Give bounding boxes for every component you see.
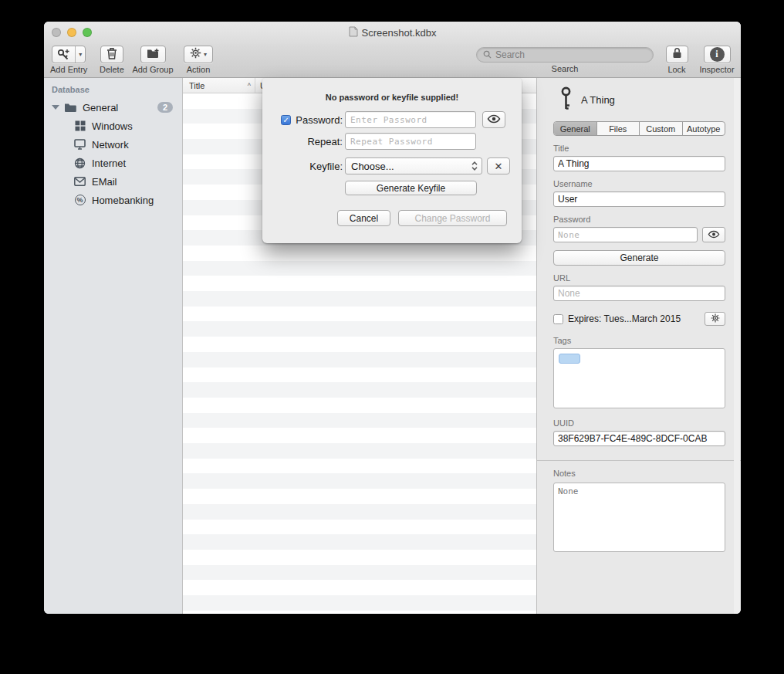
- sidebar-item-label: EMail: [92, 176, 117, 188]
- globe-icon: [73, 157, 86, 170]
- key-icon: [559, 86, 573, 113]
- action-button[interactable]: ▾: [184, 46, 213, 63]
- uuid-field[interactable]: [553, 431, 725, 446]
- password-checkbox[interactable]: ✓: [281, 115, 291, 125]
- windows-icon: [73, 120, 86, 133]
- keyfile-select[interactable]: Choose...: [345, 157, 482, 174]
- zoom-button[interactable]: [83, 28, 92, 37]
- generate-keyfile-button[interactable]: Generate Keyfile: [345, 181, 477, 195]
- sidebar: Database General 2 Windows Network: [44, 78, 183, 614]
- sidebar-item-windows[interactable]: Windows: [44, 117, 182, 135]
- search-label: Search: [552, 64, 579, 73]
- tags-label: Tags: [553, 336, 725, 345]
- expires-checkbox[interactable]: [553, 314, 563, 324]
- search-placeholder: Search: [495, 49, 525, 60]
- username-field[interactable]: [553, 191, 725, 207]
- search-icon: [483, 48, 492, 62]
- document-icon: [349, 26, 358, 39]
- inspector-header: A Thing: [553, 84, 725, 115]
- dialog-message: No password or keyfile supplied!: [262, 78, 522, 102]
- password-row: ✓ Password:: [262, 110, 522, 129]
- monitor-icon: [73, 138, 86, 151]
- password-field-label: Password: [553, 215, 725, 224]
- sidebar-item-email[interactable]: EMail: [44, 172, 182, 191]
- password-field[interactable]: [553, 227, 698, 242]
- password-label: Password:: [296, 114, 343, 126]
- cancel-button[interactable]: Cancel: [337, 210, 390, 226]
- stepper-icon: [471, 161, 478, 171]
- close-button[interactable]: [52, 28, 61, 37]
- add-group-label: Add Group: [132, 65, 173, 74]
- delete-button[interactable]: [100, 46, 123, 63]
- expires-settings-button[interactable]: [705, 312, 725, 326]
- entry-title: A Thing: [581, 94, 615, 106]
- toolbar-item-delete: Delete: [100, 46, 124, 74]
- tab-general[interactable]: General: [554, 122, 597, 135]
- titlebar: Screenshot.kdbx: [44, 22, 741, 44]
- sidebar-item-general[interactable]: General 2: [44, 98, 182, 117]
- sidebar-item-network[interactable]: Network: [44, 135, 182, 154]
- toolbar-item-action: ▾ Action: [181, 46, 215, 74]
- close-icon: ✕: [495, 161, 503, 172]
- toolbar-item-search: Search Search: [476, 47, 654, 73]
- change-password-button[interactable]: Change Password: [398, 210, 507, 226]
- reveal-password-button[interactable]: [482, 111, 505, 128]
- lock-button[interactable]: [666, 46, 688, 63]
- tab-autotype[interactable]: Autotype: [683, 122, 725, 135]
- add-entry-button[interactable]: ▾: [52, 46, 86, 63]
- notes-field[interactable]: [553, 483, 725, 552]
- sidebar-item-label: Internet: [92, 157, 126, 169]
- inspector-button[interactable]: i: [704, 46, 731, 63]
- inspector-tabs: General Files Custom Autotype: [553, 121, 725, 136]
- url-field-label: URL: [553, 273, 725, 283]
- tab-files[interactable]: Files: [597, 122, 640, 135]
- trash-icon: [106, 47, 117, 63]
- toolbar: ▾ Add Entry Delete Add Group: [44, 44, 741, 78]
- action-label: Action: [187, 65, 211, 74]
- inspector-panel: A Thing General Files Custom Autotype Ti…: [536, 78, 741, 614]
- change-password-sheet: No password or keyfile supplied! ✓ Passw…: [262, 78, 522, 243]
- sidebar-item-homebanking[interactable]: % Homebanking: [44, 191, 182, 209]
- percent-coin-icon: %: [73, 194, 86, 207]
- add-group-button[interactable]: [140, 46, 166, 63]
- search-input[interactable]: Search: [476, 47, 654, 63]
- notes-label: Notes: [553, 469, 725, 478]
- keyfile-row: Keyfile: Choose... ✕: [262, 157, 522, 175]
- toolbar-item-add-entry: ▾ Add Entry: [50, 46, 87, 74]
- minimize-button[interactable]: [67, 28, 76, 37]
- lock-icon: [672, 47, 682, 62]
- column-header-title[interactable]: Title ^: [183, 78, 255, 93]
- inspector-divider: [537, 460, 741, 461]
- disclosure-triangle-icon[interactable]: [52, 105, 59, 110]
- keyfile-label: Keyfile:: [309, 161, 343, 172]
- generate-password-button[interactable]: Generate: [553, 250, 725, 266]
- folder-plus-icon: [147, 48, 160, 62]
- repeat-password-input[interactable]: [345, 133, 476, 150]
- checkmark-icon: ✓: [283, 116, 289, 124]
- url-field[interactable]: [553, 286, 725, 301]
- sidebar-item-label: Homebanking: [92, 195, 154, 206]
- tab-custom[interactable]: Custom: [640, 122, 683, 135]
- inspector-scrollbar[interactable]: [734, 78, 740, 614]
- title-field[interactable]: [553, 156, 725, 171]
- clear-keyfile-button[interactable]: ✕: [487, 157, 510, 174]
- desktop: { "window": { "title": "Screenshot.kdbx"…: [0, 0, 784, 674]
- reveal-password-button[interactable]: [702, 227, 725, 242]
- tag-token[interactable]: [559, 354, 580, 364]
- info-icon: i: [710, 47, 725, 62]
- inspector-label: Inspector: [699, 65, 734, 74]
- gear-icon: [711, 313, 720, 325]
- expires-label: Expires: Tues...March 2015: [568, 313, 681, 324]
- sidebar-item-label: General: [83, 102, 118, 113]
- toolbar-item-add-group: Add Group: [129, 46, 177, 74]
- keyfile-selected-value: Choose...: [351, 161, 394, 172]
- window-title-group: Screenshot.kdbx: [349, 26, 437, 39]
- sidebar-item-internet[interactable]: Internet: [44, 154, 182, 172]
- folder-icon: [64, 101, 77, 114]
- column-title-label: Title: [189, 81, 204, 90]
- enter-password-input[interactable]: [345, 111, 476, 128]
- sidebar-section-header: Database: [44, 78, 182, 98]
- add-entry-dropdown[interactable]: ▾: [75, 46, 85, 63]
- tags-field[interactable]: [553, 348, 725, 408]
- eye-icon: [487, 113, 501, 127]
